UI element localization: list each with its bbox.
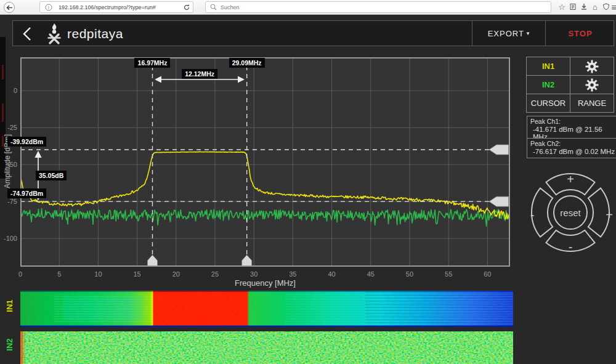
search-input[interactable] bbox=[219, 4, 407, 11]
x-tick: 25 bbox=[206, 270, 224, 278]
pad-reset-label: reset bbox=[560, 208, 581, 218]
x-axis-label: Frequency [MHz] bbox=[20, 278, 510, 288]
y-tick: -25 bbox=[0, 124, 17, 131]
peak-ch2-title: Peak Ch2: bbox=[530, 140, 616, 147]
cursor-a1-label[interactable]: -39.92dBm bbox=[7, 137, 46, 147]
gear-icon bbox=[585, 78, 599, 92]
library-icon[interactable] bbox=[567, 1, 578, 12]
waterfall-in1 bbox=[20, 291, 513, 327]
stop-button[interactable]: STOP bbox=[545, 21, 615, 46]
back-chevron-icon[interactable] bbox=[22, 26, 33, 42]
navigation-pad: +--+reset bbox=[524, 170, 616, 256]
x-tick: 30 bbox=[245, 270, 263, 278]
peak-ch1-title: Peak Ch1: bbox=[530, 118, 616, 125]
browser-toolbar: i ☆ ⌂ ≡ bbox=[0, 0, 616, 15]
downloads-icon[interactable] bbox=[578, 1, 590, 12]
cursor-delta-a-label: 35.05dB bbox=[36, 171, 67, 180]
url-input[interactable] bbox=[57, 4, 177, 11]
x-tick: 0 bbox=[11, 270, 30, 278]
range-button[interactable]: RANGE bbox=[570, 94, 614, 113]
pad-left-label: - bbox=[530, 208, 535, 222]
cursor-f1-label[interactable]: 16.97MHz bbox=[135, 58, 171, 68]
in2-button[interactable]: IN2 bbox=[526, 75, 570, 94]
x-tick: 60 bbox=[478, 270, 496, 278]
cursor-button[interactable]: CURSOR bbox=[526, 94, 570, 113]
reload-icon[interactable] bbox=[183, 4, 190, 11]
y-tick: -75 bbox=[0, 198, 17, 205]
back-arrow-icon bbox=[6, 4, 13, 11]
pad-up-label: + bbox=[567, 172, 574, 186]
x-tick: 40 bbox=[323, 270, 341, 278]
redpitaya-logo-icon bbox=[45, 23, 63, 45]
in1-button[interactable]: IN1 bbox=[526, 57, 570, 76]
in1-settings-button[interactable] bbox=[570, 57, 614, 76]
bookmark-star-icon[interactable]: ☆ bbox=[556, 1, 567, 12]
search-icon bbox=[210, 4, 217, 10]
y-tick: -100 bbox=[0, 235, 17, 242]
export-button[interactable]: EXPORT ▾ bbox=[472, 21, 545, 46]
y-tick: -50 bbox=[0, 161, 17, 168]
cursor-delta-f-label: 12.12MHz bbox=[182, 69, 217, 79]
screen: i ☆ ⌂ ≡ bbox=[0, 0, 616, 364]
x-tick: 45 bbox=[362, 270, 380, 278]
info-icon: i bbox=[45, 4, 52, 11]
browser-back-button[interactable] bbox=[4, 2, 15, 13]
plot-background bbox=[20, 57, 510, 267]
peak-ch2-readout: Peak Ch2: -76.617 dBm @ 0.02 MHz bbox=[527, 138, 616, 158]
waterfall-in2-label: IN2 bbox=[5, 336, 14, 354]
app-header: redpitaya EXPORT ▾ STOP bbox=[12, 20, 614, 46]
x-tick: 35 bbox=[283, 270, 302, 278]
pad-left-button[interactable] bbox=[532, 188, 553, 237]
url-bar[interactable]: i bbox=[39, 1, 193, 13]
export-label: EXPORT bbox=[488, 29, 524, 38]
search-bar[interactable] bbox=[205, 1, 551, 13]
home-icon[interactable]: ⌂ bbox=[590, 1, 601, 12]
x-tick: 5 bbox=[50, 270, 68, 278]
x-tick: 50 bbox=[400, 270, 419, 278]
spectrum-plot bbox=[20, 57, 510, 267]
x-tick: 10 bbox=[89, 270, 107, 278]
x-tick: 15 bbox=[128, 270, 147, 278]
x-tick: 20 bbox=[167, 270, 185, 278]
waterfall-in2 bbox=[20, 331, 513, 364]
x-tick: 55 bbox=[439, 270, 458, 278]
pad-right-label: + bbox=[606, 208, 613, 222]
pad-down-label: - bbox=[569, 240, 573, 254]
chevron-down-icon: ▾ bbox=[527, 30, 530, 36]
peak-ch2-value: -76.617 dBm @ 0.02 MHz bbox=[533, 148, 616, 155]
cursor-f2-label[interactable]: 29.09MHz bbox=[229, 58, 265, 68]
y-tick: 0 bbox=[0, 87, 17, 94]
in2-settings-button[interactable] bbox=[570, 75, 614, 94]
svg-text:i: i bbox=[48, 5, 49, 10]
brand-name: redpitaya bbox=[67, 26, 123, 41]
waterfall-in1-label: IN1 bbox=[5, 297, 14, 315]
cursor-a2-label[interactable]: -74.97dBm bbox=[7, 188, 46, 198]
channel-controls: IN1 IN2 bbox=[527, 57, 614, 113]
brand: redpitaya bbox=[45, 23, 123, 45]
gear-icon bbox=[585, 60, 599, 73]
menu-icon[interactable]: ≡ bbox=[609, 1, 616, 12]
